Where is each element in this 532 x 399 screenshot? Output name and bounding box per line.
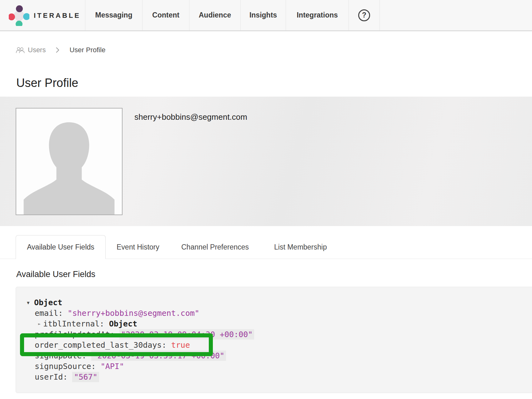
expand-triangle-icon[interactable]: ► (38, 319, 41, 329)
field-value: "API" (101, 362, 124, 371)
nav-item-messaging[interactable]: Messaging (85, 0, 142, 30)
field-value: "sherry+bobbins@segment.com" (68, 309, 199, 318)
breadcrumb: Users User Profile (16, 43, 105, 57)
field-row: email: "sherry+bobbins@segment.com" (16, 308, 532, 319)
breadcrumb-users-link[interactable]: Users (16, 46, 46, 54)
iterable-logo-icon (9, 5, 29, 26)
user-fields-tree: ▼Objectemail: "sherry+bobbins@segment.co… (16, 297, 532, 393)
profile-tabs: Available User Fields Event HistoryChann… (0, 235, 532, 259)
field-row: ▼Object (16, 297, 532, 308)
help-icon: ? (358, 9, 370, 21)
field-key: userId: (35, 372, 72, 381)
breadcrumb-users-label: Users (28, 46, 46, 54)
help-button[interactable]: ? (349, 0, 380, 30)
breadcrumb-chevron-icon (56, 47, 59, 53)
iterable-logo[interactable]: ITERABLE (9, 0, 81, 31)
nav-item-content[interactable]: Content (142, 0, 189, 30)
field-key: profileUpdatedAt: (35, 330, 119, 339)
field-key: itblInternal: (43, 319, 109, 328)
users-icon (16, 46, 25, 54)
field-row: profileUpdatedAt: "2020-03-19 09:04:30 +… (16, 329, 532, 340)
user-fields-viewer: ▼Objectemail: "sherry+bobbins@segment.co… (16, 287, 532, 393)
page-title: User Profile (16, 76, 78, 90)
profile-email: sherry+bobbins@segment.com (134, 112, 247, 122)
tab-list-membership[interactable]: List Membership (274, 235, 327, 259)
tab-event-history[interactable]: Event History (117, 235, 159, 259)
field-value: true (171, 341, 190, 350)
nav-item-insights[interactable]: Insights (240, 0, 286, 30)
nav-item-audience[interactable]: Audience (189, 0, 240, 30)
tab-channel-preferences[interactable]: Channel Preferences (181, 235, 249, 259)
avatar (16, 108, 123, 215)
field-row: order_completed_last_30days: true (16, 340, 532, 351)
field-row: ►itblInternal: Object (16, 319, 532, 329)
collapse-triangle-icon[interactable]: ▼ (27, 297, 29, 308)
field-value: "2020-03-19 09:04:30 +00:00" (119, 329, 254, 340)
field-value: Object (109, 319, 137, 328)
field-key: signupSource: (35, 362, 101, 371)
field-value: "567" (72, 372, 99, 382)
field-row: signupDate: "2020-03-19 03:59:17 +00:00" (16, 351, 532, 361)
field-key: signupDate: (35, 351, 91, 360)
breadcrumb-current: User Profile (69, 46, 105, 54)
nav-item-integrations[interactable]: Integrations (286, 0, 349, 30)
field-row: signupSource: "API" (16, 361, 532, 372)
brand-name: ITERABLE (34, 12, 81, 20)
section-heading: Available User Fields (16, 270, 95, 279)
top-nav: ITERABLE MessagingContentAudienceInsight… (0, 0, 532, 31)
field-key: email: (35, 309, 68, 318)
field-row: userId: "567" (16, 372, 532, 382)
tab-available-user-fields[interactable]: Available User Fields (16, 235, 106, 259)
profile-hero: sherry+bobbins@segment.com (0, 97, 532, 226)
field-value: "2020-03-19 03:59:17 +00:00" (91, 351, 226, 361)
field-key: Object (34, 298, 62, 307)
field-key: order_completed_last_30days: (35, 341, 171, 350)
avatar-placeholder-icon (16, 109, 122, 215)
